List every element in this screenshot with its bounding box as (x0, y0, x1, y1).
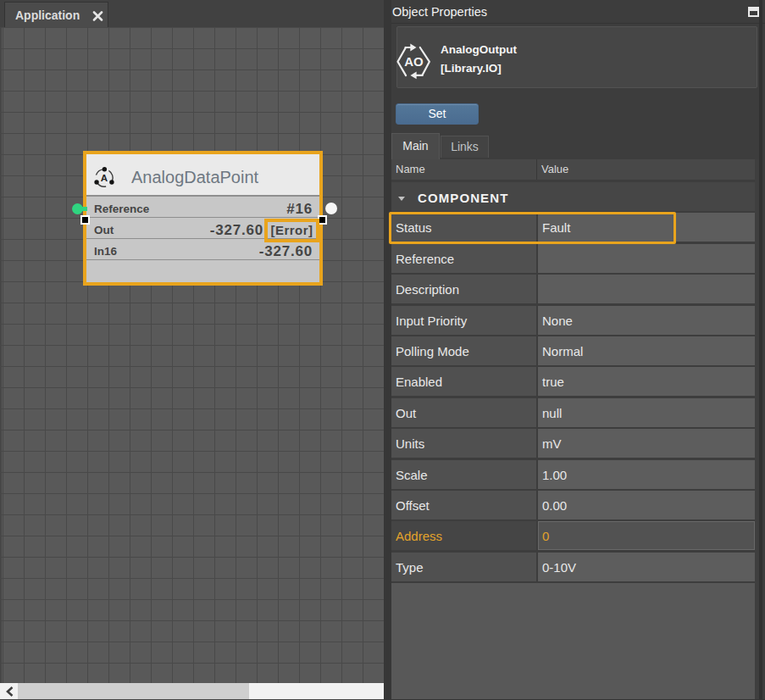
svg-text:A: A (101, 173, 108, 183)
svg-text:AO: AO (404, 54, 424, 69)
